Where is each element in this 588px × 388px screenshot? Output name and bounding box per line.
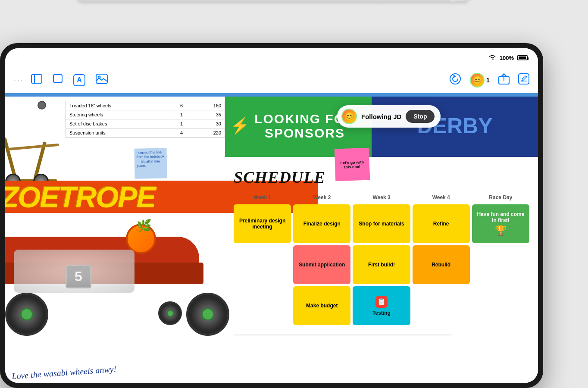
- car-illustration: 🌿 5: [5, 211, 238, 344]
- table-row: Treaded 16" wheels 6 160: [66, 101, 225, 110]
- accent-bar: [5, 93, 538, 97]
- cell-r1c4: Refine: [413, 204, 470, 243]
- stop-button[interactable]: Stop: [406, 110, 435, 123]
- item-cell: Treaded 16" wheels: [66, 101, 171, 110]
- cell-r1c5: Have fun and come in first! 🏆: [472, 204, 529, 243]
- item-cell: Set of disc brakes: [66, 119, 171, 128]
- table-row: Steering wheels 1 35: [66, 110, 225, 119]
- header-week3: Week 3: [353, 193, 410, 202]
- parts-table: Treaded 16" wheels 6 160 Steering wheels…: [66, 101, 225, 138]
- schedule-title: SCHEDULE: [234, 168, 529, 187]
- collaborator-avatar[interactable]: 😊 1: [470, 73, 490, 88]
- cost-cell: 220: [192, 128, 225, 138]
- toolbar: ··· A: [5, 67, 538, 93]
- cost-cell: 35: [192, 110, 225, 119]
- cell-r3c4: [413, 286, 470, 325]
- edit-icon[interactable]: [518, 73, 529, 87]
- lightning-icon: ⚡: [230, 117, 250, 135]
- header-week2: Week 2: [293, 193, 350, 202]
- jd-avatar: 😊: [341, 109, 357, 124]
- battery-icon: [517, 55, 528, 60]
- cell-r1c2: Finalize design: [293, 204, 350, 243]
- trophy-icon: 🏆: [495, 225, 507, 236]
- battery-percent: 100%: [500, 55, 514, 61]
- main-canvas: Treaded 16" wheels 6 160 Steering wheels…: [5, 97, 538, 383]
- qty-cell: 4: [171, 128, 192, 138]
- schedule-grid: Week 1 Week 2 Week 3 Week 4 Race Day Pre…: [234, 193, 529, 325]
- svg-rect-0: [31, 75, 42, 83]
- header-week1: Week 1: [234, 193, 291, 202]
- item-cell: Suspension units: [66, 128, 171, 138]
- svg-point-7: [450, 74, 460, 84]
- collaborator-count: 1: [486, 76, 490, 84]
- undo-icon[interactable]: [449, 73, 461, 88]
- love-note: Love the wasabi wheels anwy!: [11, 363, 117, 382]
- cell-r3c5: [472, 286, 529, 325]
- item-cell: Steering wheels: [66, 110, 171, 119]
- sticky-note-blue: I copied this one from the notebook — it…: [134, 148, 167, 178]
- header-week4: Week 4: [413, 193, 470, 202]
- cell-r2c4: Rebuild: [413, 245, 470, 284]
- schedule-section: SCHEDULE Week 1 Week 2 Week 3 Week 4 Rac…: [225, 163, 538, 383]
- text-format-icon[interactable]: A: [73, 74, 85, 86]
- qty-cell: 6: [171, 101, 192, 110]
- cost-cell: 30: [192, 119, 225, 128]
- cell-r3c2: Make budget: [293, 286, 350, 325]
- qty-cell: 1: [171, 110, 192, 119]
- cell-r2c5: [472, 245, 529, 284]
- sticky-note-pink: Let's go with this one!: [335, 148, 370, 181]
- zoetrope-title: ZOETROPE: [5, 182, 155, 212]
- trebuchet-illustration: [5, 97, 66, 191]
- cell-r2c1: [234, 245, 291, 284]
- cell-r1c1: Preliminary design meeting: [234, 204, 291, 243]
- following-label: Following JD: [361, 113, 401, 120]
- svg-rect-10: [519, 74, 529, 84]
- cost-cell: 160: [192, 101, 225, 110]
- apple-pencil: [34, 0, 502, 31]
- header-raceday: Race Day: [472, 193, 529, 202]
- status-bar: 100%: [5, 48, 538, 67]
- cell-r2c3: First build!: [353, 245, 410, 284]
- parts-table-container: Treaded 16" wheels 6 160 Steering wheels…: [66, 101, 225, 138]
- layers-icon[interactable]: [53, 74, 63, 87]
- svg-rect-4: [53, 75, 62, 82]
- sidebar-icon[interactable]: [31, 74, 42, 86]
- cell-r3c3-testing: 📋 Testing: [353, 286, 410, 325]
- schedule-border-line: [234, 335, 452, 335]
- table-row: Set of disc brakes 1 30: [66, 119, 225, 128]
- qty-cell: 1: [171, 119, 192, 128]
- app-icon-testing: 📋: [375, 296, 388, 308]
- ipad-screen: 100% ···: [5, 48, 538, 383]
- ipad-frame: 100% ···: [0, 43, 543, 388]
- cell-r2c2: Submit application: [293, 245, 350, 284]
- wifi-icon: [488, 54, 496, 62]
- cell-r1c3: Shop for materials: [353, 204, 410, 243]
- cell-r3c1: [234, 286, 291, 325]
- following-notification: 😊 Following JD Stop: [337, 105, 441, 128]
- media-icon[interactable]: [96, 74, 108, 87]
- table-row: Suspension units 4 220: [66, 128, 225, 138]
- toolbar-dots: ···: [14, 75, 24, 84]
- share-icon[interactable]: [498, 73, 510, 88]
